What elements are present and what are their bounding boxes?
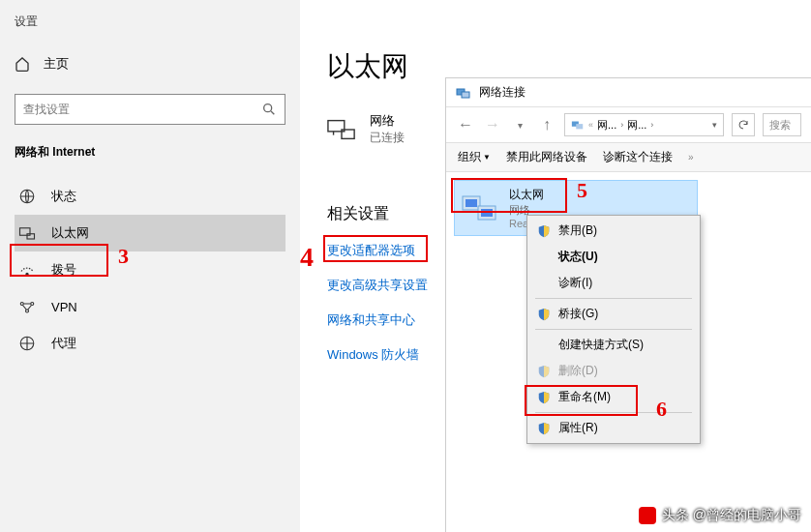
window-title-text: 网络连接: [479, 84, 526, 101]
svg-rect-19: [466, 199, 477, 207]
svg-rect-20: [481, 209, 493, 217]
separator: [535, 298, 692, 299]
annotation-4: 4: [300, 242, 314, 273]
ctx-diagnose[interactable]: 诊断(I): [529, 270, 698, 296]
dropdown-history[interactable]: ▾: [510, 115, 529, 134]
breadcrumb[interactable]: « 网... › 网... › ▾: [564, 113, 724, 136]
svg-point-5: [26, 273, 28, 275]
crumb-2[interactable]: 网...: [627, 118, 646, 133]
home-nav[interactable]: 主页: [15, 47, 285, 80]
dialup-icon: [18, 261, 36, 279]
ctx-shortcut[interactable]: 创建快捷方式(S): [529, 332, 698, 358]
search-field[interactable]: 搜索: [763, 113, 801, 136]
context-menu: 禁用(B) 状态(U) 诊断(I) 桥接(G) 创建快捷方式(S) 删除(D) …: [526, 215, 701, 444]
adapter-name: 以太网: [509, 187, 544, 203]
network-connected: 已连接: [370, 130, 405, 146]
home-icon: [15, 56, 30, 72]
shield-icon: [537, 224, 551, 238]
home-label: 主页: [44, 55, 69, 73]
nav-label: 拨号: [51, 261, 76, 279]
nav-label: VPN: [51, 300, 77, 314]
proxy-icon: [18, 335, 36, 352]
nav-ethernet[interactable]: 以太网: [15, 215, 285, 251]
settings-sidebar: 设置 主页 网络和 Internet 状态 以太网 拨号 VPN 代理: [0, 0, 300, 532]
nav-vpn[interactable]: VPN: [15, 288, 285, 325]
shield-icon: [537, 422, 551, 435]
globe-icon: [18, 188, 36, 205]
ctx-properties[interactable]: 属性(R): [529, 415, 698, 441]
svg-point-8: [26, 310, 29, 312]
nav-label: 以太网: [51, 224, 89, 242]
separator: [535, 412, 692, 413]
svg-rect-4: [27, 234, 35, 239]
svg-point-6: [20, 303, 23, 306]
watermark-icon: [639, 507, 656, 524]
network-window-icon: [456, 85, 471, 101]
command-bar: 组织 ▼ 禁用此网络设备 诊断这个连接 »: [446, 142, 811, 172]
crumb-1[interactable]: 网...: [597, 118, 616, 133]
ctx-rename[interactable]: 重命名(M): [529, 384, 698, 410]
settings-title: 设置: [15, 14, 285, 30]
refresh-icon: [737, 119, 749, 131]
search-icon: [261, 102, 277, 117]
organize-menu[interactable]: 组织 ▼: [458, 149, 491, 165]
separator: [535, 329, 692, 330]
ctx-disable[interactable]: 禁用(B): [529, 218, 698, 244]
network-name: 网络: [370, 112, 405, 130]
nav-label: 代理: [51, 335, 76, 352]
search-input-container[interactable]: [15, 94, 285, 125]
ctx-delete: 删除(D): [529, 358, 698, 384]
ethernet-icon: [18, 224, 36, 242]
shield-icon: [537, 308, 551, 321]
disable-device-button[interactable]: 禁用此网络设备: [506, 149, 587, 165]
forward-button[interactable]: →: [483, 115, 502, 134]
watermark: 头条 @曾经的电脑小哥: [639, 507, 801, 524]
svg-rect-14: [462, 92, 469, 98]
svg-line-1: [271, 111, 274, 114]
ctx-bridge[interactable]: 桥接(G): [529, 301, 698, 327]
svg-point-7: [31, 303, 34, 306]
svg-point-0: [264, 104, 272, 112]
vpn-icon: [18, 298, 36, 315]
nav-dialup[interactable]: 拨号: [15, 251, 285, 288]
adapter-icon: [461, 191, 499, 225]
back-button[interactable]: ←: [456, 115, 475, 134]
diagnose-button[interactable]: 诊断这个连接: [603, 149, 673, 165]
nav-status[interactable]: 状态: [15, 178, 285, 215]
folder-icon: [571, 118, 585, 132]
nav-label: 状态: [51, 188, 76, 205]
shield-icon: [537, 391, 551, 404]
explorer-toolbar: ← → ▾ ↑ « 网... › 网... › ▾ 搜索: [446, 106, 811, 142]
shield-icon: [537, 365, 551, 378]
section-header: 网络和 Internet: [15, 144, 285, 161]
window-titlebar: 网络连接: [446, 78, 811, 106]
network-icon: [327, 118, 356, 141]
ctx-status[interactable]: 状态(U): [529, 244, 698, 270]
nav-proxy[interactable]: 代理: [15, 325, 285, 362]
search-input[interactable]: [23, 103, 261, 116]
refresh-button[interactable]: [732, 113, 755, 136]
svg-rect-16: [576, 124, 583, 129]
up-button[interactable]: ↑: [537, 115, 556, 134]
watermark-text: 头条 @曾经的电脑小哥: [662, 507, 801, 524]
